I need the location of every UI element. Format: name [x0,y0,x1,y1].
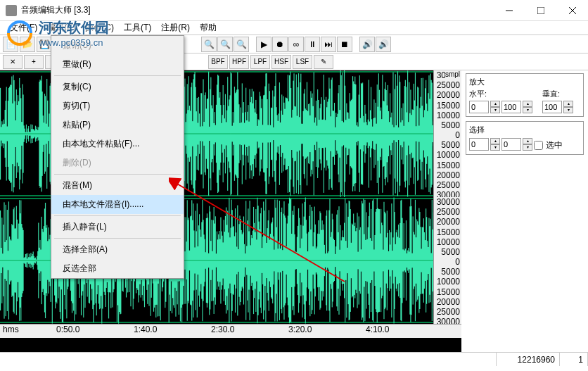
zoom-panel: 放大 水平: ▴▾ ▴▾ 垂直: ▴▾ [466,73,584,117]
record-button[interactable]: ⏺ [272,37,288,52]
zoom-out-button[interactable]: 🔍 [234,37,249,52]
select-title: 选择 [469,125,580,135]
menu-item[interactable]: 由本地文件粘贴(F)... [51,134,184,153]
effect-pencil[interactable]: ✎ [314,55,333,69]
loop-button[interactable]: ∞ [288,37,304,52]
menu-item[interactable]: 选择全部(A) [51,240,184,259]
app-icon [6,5,17,16]
menu-item[interactable]: 由本地文件混音(I)...... [51,195,184,214]
select-end[interactable] [501,138,521,151]
next-button[interactable]: ⏭ [321,37,336,52]
play-button[interactable]: ▶ [256,37,271,52]
titlebar: 音频编辑大师 [3.3] [0,0,588,21]
open-button[interactable]: 📂 [20,37,35,52]
vert-zoom[interactable] [542,101,562,113]
effect-2[interactable]: + [24,55,44,69]
speaker-left-button[interactable]: 🔊 [359,37,375,52]
menu-item[interactable]: 重做(R) [51,55,184,74]
status-cell-1 [0,353,497,366]
horiz-zoom-1-spin[interactable]: ▴▾ [490,101,500,113]
svg-rect-1 [537,7,544,14]
vert-zoom-spin[interactable]: ▴▾ [563,101,573,113]
minimize-button[interactable] [493,0,525,21]
select-check-label: 选中 [546,139,563,151]
maximize-button[interactable] [525,0,556,21]
status-samples: 12216960 [497,353,560,366]
select-end-spin[interactable]: ▴▾ [523,138,532,151]
horiz-zoom-2-spin[interactable]: ▴▾ [523,101,532,113]
save-button[interactable]: 💾 [37,37,52,52]
filter-hsf[interactable]: HSF [271,55,291,69]
filter-lpf[interactable]: LPF [250,55,270,69]
menu-item[interactable]: 反选全部 [51,259,184,278]
menu-register[interactable]: 注册(R) [157,20,194,35]
amplitude-ruler-right: 3000025000200001500010000500005000100001… [433,197,461,324]
menu-item[interactable]: 粘贴(P) [51,115,184,134]
status-channels: 1 [560,353,588,366]
zoom-fit-button[interactable]: 🔍 [201,37,217,52]
horiz-label: 水平: [469,89,532,99]
menu-help[interactable]: 帮助 [196,20,221,35]
select-start[interactable] [469,138,489,151]
horiz-zoom-1[interactable] [469,101,489,113]
filter-bpf[interactable]: BPF [208,55,228,69]
amplitude-ruler-left: 3000025000200001500010000500005000100001… [433,70,461,197]
filter-hpf[interactable]: HPF [229,55,249,69]
window-controls [493,0,588,21]
menu-item[interactable]: 复制(C) [51,77,184,96]
stop-button[interactable]: ⏹ [337,37,352,52]
effect-1[interactable]: ✕ [3,55,23,69]
filter-lsf[interactable]: LSF [293,55,312,69]
vert-label: 垂直: [542,89,573,99]
sample-unit-label: smpl [445,70,460,78]
select-panel: 选择 ▴▾ ▴▾ 选中 [466,121,584,155]
menu-edit[interactable]: 编辑(E) [43,20,79,35]
edit-dropdown-menu: 撤销(U)重做(R)复制(C)剪切(T)粘贴(P)由本地文件粘贴(F)...删除… [51,35,184,279]
speaker-right-button[interactable]: 🔊 [376,37,391,52]
menu-operate[interactable]: 操作(C) [81,20,118,35]
zoom-title: 放大 [469,77,580,87]
select-start-spin[interactable]: ▴▾ [490,138,500,151]
menu-item[interactable]: 混音(M) [51,176,184,195]
right-panel: 放大 水平: ▴▾ ▴▾ 垂直: ▴▾ [461,70,588,352]
time-ruler: hms 0:50.01:40.02:30.03:20.04:10.0 [0,324,461,338]
menu-item: 删除(D) [51,153,184,172]
close-button[interactable] [556,0,588,21]
zoom-in-button[interactable]: 🔍 [217,37,233,52]
statusbar: 12216960 1 [0,352,588,366]
menu-item[interactable]: 剪切(T) [51,96,184,115]
time-unit-label: hms [3,325,19,334]
pause-button[interactable]: ⏸ [305,37,320,52]
new-button[interactable]: 📄 [3,37,18,52]
menu-item[interactable]: 插入静音(L) [51,218,184,237]
menubar: 文件(F) 编辑(E) 操作(C) 工具(T) 注册(R) 帮助 [0,21,588,35]
menu-item: 撤销(U) [51,36,184,55]
select-checkbox[interactable] [534,141,543,150]
window-title: 音频编辑大师 [3.3] [21,4,493,16]
menu-tools[interactable]: 工具(T) [120,20,155,35]
horiz-zoom-2[interactable] [501,101,521,113]
menu-file[interactable]: 文件(F) [6,20,41,35]
